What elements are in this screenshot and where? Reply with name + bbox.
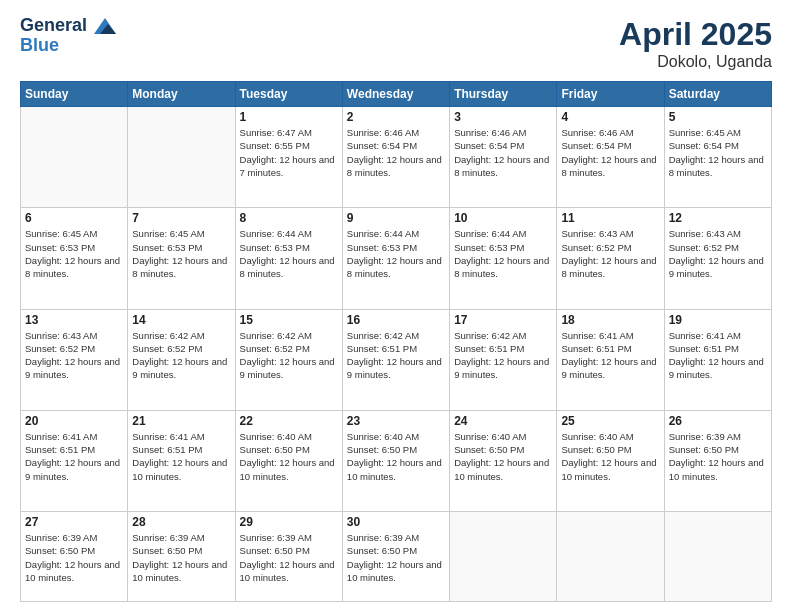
cell-text: Sunrise: 6:44 AM Sunset: 6:53 PM Dayligh… (347, 227, 445, 280)
calendar: SundayMondayTuesdayWednesdayThursdayFrid… (20, 81, 772, 602)
calendar-cell (128, 107, 235, 208)
cell-text: Sunrise: 6:41 AM Sunset: 6:51 PM Dayligh… (25, 430, 123, 483)
cell-text: Sunrise: 6:43 AM Sunset: 6:52 PM Dayligh… (25, 329, 123, 382)
cell-text: Sunrise: 6:46 AM Sunset: 6:54 PM Dayligh… (454, 126, 552, 179)
cell-text: Sunrise: 6:39 AM Sunset: 6:50 PM Dayligh… (25, 531, 123, 584)
page: General Blue April 2025 Dokolo, Uganda S… (0, 0, 792, 612)
cell-text: Sunrise: 6:46 AM Sunset: 6:54 PM Dayligh… (561, 126, 659, 179)
location-title: Dokolo, Uganda (619, 53, 772, 71)
day-number: 21 (132, 414, 230, 428)
day-number: 6 (25, 211, 123, 225)
day-number: 13 (25, 313, 123, 327)
day-number: 22 (240, 414, 338, 428)
calendar-cell: 29Sunrise: 6:39 AM Sunset: 6:50 PM Dayli… (235, 512, 342, 602)
logo-icon (94, 18, 116, 34)
calendar-row: 6Sunrise: 6:45 AM Sunset: 6:53 PM Daylig… (21, 208, 772, 309)
day-number: 4 (561, 110, 659, 124)
calendar-cell: 21Sunrise: 6:41 AM Sunset: 6:51 PM Dayli… (128, 410, 235, 511)
day-number: 7 (132, 211, 230, 225)
logo-line2: Blue (20, 36, 116, 56)
day-number: 10 (454, 211, 552, 225)
calendar-row: 1Sunrise: 6:47 AM Sunset: 6:55 PM Daylig… (21, 107, 772, 208)
weekday-header: Tuesday (235, 82, 342, 107)
calendar-cell (450, 512, 557, 602)
day-number: 16 (347, 313, 445, 327)
calendar-cell: 8Sunrise: 6:44 AM Sunset: 6:53 PM Daylig… (235, 208, 342, 309)
cell-text: Sunrise: 6:41 AM Sunset: 6:51 PM Dayligh… (669, 329, 767, 382)
cell-text: Sunrise: 6:45 AM Sunset: 6:53 PM Dayligh… (25, 227, 123, 280)
calendar-row: 20Sunrise: 6:41 AM Sunset: 6:51 PM Dayli… (21, 410, 772, 511)
calendar-cell: 6Sunrise: 6:45 AM Sunset: 6:53 PM Daylig… (21, 208, 128, 309)
calendar-cell: 3Sunrise: 6:46 AM Sunset: 6:54 PM Daylig… (450, 107, 557, 208)
weekday-header: Monday (128, 82, 235, 107)
day-number: 30 (347, 515, 445, 529)
day-number: 17 (454, 313, 552, 327)
calendar-cell: 13Sunrise: 6:43 AM Sunset: 6:52 PM Dayli… (21, 309, 128, 410)
calendar-cell: 27Sunrise: 6:39 AM Sunset: 6:50 PM Dayli… (21, 512, 128, 602)
cell-text: Sunrise: 6:43 AM Sunset: 6:52 PM Dayligh… (669, 227, 767, 280)
weekday-header: Thursday (450, 82, 557, 107)
calendar-cell: 18Sunrise: 6:41 AM Sunset: 6:51 PM Dayli… (557, 309, 664, 410)
calendar-cell: 1Sunrise: 6:47 AM Sunset: 6:55 PM Daylig… (235, 107, 342, 208)
cell-text: Sunrise: 6:41 AM Sunset: 6:51 PM Dayligh… (132, 430, 230, 483)
day-number: 8 (240, 211, 338, 225)
cell-text: Sunrise: 6:45 AM Sunset: 6:53 PM Dayligh… (132, 227, 230, 280)
day-number: 15 (240, 313, 338, 327)
weekday-header-row: SundayMondayTuesdayWednesdayThursdayFrid… (21, 82, 772, 107)
calendar-cell: 30Sunrise: 6:39 AM Sunset: 6:50 PM Dayli… (342, 512, 449, 602)
cell-text: Sunrise: 6:40 AM Sunset: 6:50 PM Dayligh… (454, 430, 552, 483)
calendar-cell: 20Sunrise: 6:41 AM Sunset: 6:51 PM Dayli… (21, 410, 128, 511)
calendar-cell: 22Sunrise: 6:40 AM Sunset: 6:50 PM Dayli… (235, 410, 342, 511)
header: General Blue April 2025 Dokolo, Uganda (20, 16, 772, 71)
weekday-header: Saturday (664, 82, 771, 107)
calendar-cell: 26Sunrise: 6:39 AM Sunset: 6:50 PM Dayli… (664, 410, 771, 511)
weekday-header: Friday (557, 82, 664, 107)
logo-text: General (20, 16, 116, 36)
calendar-cell: 17Sunrise: 6:42 AM Sunset: 6:51 PM Dayli… (450, 309, 557, 410)
calendar-cell (21, 107, 128, 208)
cell-text: Sunrise: 6:40 AM Sunset: 6:50 PM Dayligh… (347, 430, 445, 483)
calendar-cell: 15Sunrise: 6:42 AM Sunset: 6:52 PM Dayli… (235, 309, 342, 410)
cell-text: Sunrise: 6:47 AM Sunset: 6:55 PM Dayligh… (240, 126, 338, 179)
day-number: 27 (25, 515, 123, 529)
cell-text: Sunrise: 6:39 AM Sunset: 6:50 PM Dayligh… (240, 531, 338, 584)
title-section: April 2025 Dokolo, Uganda (619, 16, 772, 71)
day-number: 29 (240, 515, 338, 529)
calendar-cell (557, 512, 664, 602)
calendar-cell: 25Sunrise: 6:40 AM Sunset: 6:50 PM Dayli… (557, 410, 664, 511)
calendar-cell: 19Sunrise: 6:41 AM Sunset: 6:51 PM Dayli… (664, 309, 771, 410)
day-number: 9 (347, 211, 445, 225)
calendar-cell: 14Sunrise: 6:42 AM Sunset: 6:52 PM Dayli… (128, 309, 235, 410)
day-number: 20 (25, 414, 123, 428)
cell-text: Sunrise: 6:42 AM Sunset: 6:52 PM Dayligh… (132, 329, 230, 382)
cell-text: Sunrise: 6:41 AM Sunset: 6:51 PM Dayligh… (561, 329, 659, 382)
day-number: 25 (561, 414, 659, 428)
calendar-row: 13Sunrise: 6:43 AM Sunset: 6:52 PM Dayli… (21, 309, 772, 410)
cell-text: Sunrise: 6:42 AM Sunset: 6:51 PM Dayligh… (347, 329, 445, 382)
calendar-cell: 5Sunrise: 6:45 AM Sunset: 6:54 PM Daylig… (664, 107, 771, 208)
cell-text: Sunrise: 6:40 AM Sunset: 6:50 PM Dayligh… (561, 430, 659, 483)
day-number: 5 (669, 110, 767, 124)
day-number: 18 (561, 313, 659, 327)
cell-text: Sunrise: 6:40 AM Sunset: 6:50 PM Dayligh… (240, 430, 338, 483)
calendar-cell: 28Sunrise: 6:39 AM Sunset: 6:50 PM Dayli… (128, 512, 235, 602)
calendar-cell: 24Sunrise: 6:40 AM Sunset: 6:50 PM Dayli… (450, 410, 557, 511)
day-number: 2 (347, 110, 445, 124)
day-number: 26 (669, 414, 767, 428)
day-number: 23 (347, 414, 445, 428)
calendar-cell: 10Sunrise: 6:44 AM Sunset: 6:53 PM Dayli… (450, 208, 557, 309)
weekday-header: Sunday (21, 82, 128, 107)
calendar-cell (664, 512, 771, 602)
day-number: 28 (132, 515, 230, 529)
day-number: 12 (669, 211, 767, 225)
cell-text: Sunrise: 6:46 AM Sunset: 6:54 PM Dayligh… (347, 126, 445, 179)
day-number: 1 (240, 110, 338, 124)
day-number: 19 (669, 313, 767, 327)
cell-text: Sunrise: 6:45 AM Sunset: 6:54 PM Dayligh… (669, 126, 767, 179)
cell-text: Sunrise: 6:42 AM Sunset: 6:51 PM Dayligh… (454, 329, 552, 382)
calendar-cell: 7Sunrise: 6:45 AM Sunset: 6:53 PM Daylig… (128, 208, 235, 309)
day-number: 24 (454, 414, 552, 428)
day-number: 14 (132, 313, 230, 327)
cell-text: Sunrise: 6:39 AM Sunset: 6:50 PM Dayligh… (132, 531, 230, 584)
day-number: 3 (454, 110, 552, 124)
